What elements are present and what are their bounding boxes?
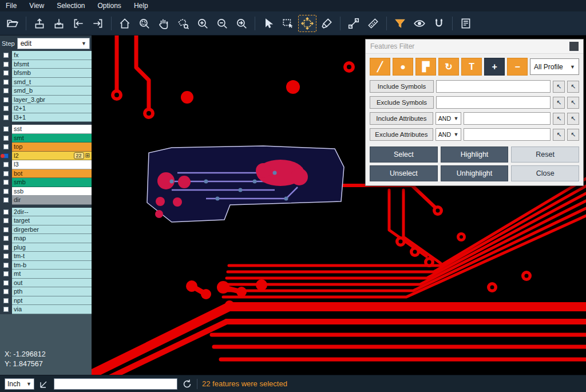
surface-feature-button[interactable]: ▛ [415,58,436,76]
layer-row-ssb[interactable]: ssb [0,187,92,196]
pick-attribute-add-icon[interactable]: ↖ [567,129,579,141]
layer-visibility-checkbox[interactable] [0,287,12,296]
layer-name-cell[interactable]: layer_3.gbr [12,96,92,105]
unhighlight-button[interactable]: Unhighlight [441,165,509,181]
layer-name-cell[interactable]: l2+1 [12,104,92,113]
pick-attribute-icon[interactable]: ↖ [553,129,565,141]
arrow-in-right-icon[interactable] [89,15,107,32]
layer-row-fx[interactable]: fx [0,51,92,60]
layer-name-cell[interactable]: smd_t [12,78,92,87]
highlight-button[interactable]: Highlight [441,146,509,163]
layer-row-via[interactable]: via [0,305,92,314]
layer-visibility-checkbox[interactable] [0,125,12,134]
layer-row-smd_t[interactable]: smd_t [0,78,92,87]
layer-visibility-checkbox[interactable] [0,69,12,78]
layer-row-layer_3.gbr[interactable]: layer_3.gbr [0,96,92,105]
layer-row-sst[interactable]: sst [0,125,92,134]
cursor-icon[interactable] [259,15,278,32]
layer-row-smd_b[interactable]: smd_b [0,86,92,96]
layer-visibility-checkbox[interactable] [0,178,12,187]
layer-name-cell[interactable]: via [12,305,92,314]
step-select[interactable]: edit▼ [17,38,90,49]
exclude-attributes-operator-select[interactable]: AND▼ [435,128,462,141]
layer-visibility-checkbox[interactable] [0,225,12,235]
profile-select[interactable]: All Profile▼ [530,58,579,75]
pick-attribute-add-icon[interactable]: ↖ [567,113,579,125]
layer-row-bfsmt[interactable]: bfsmt [0,60,92,69]
layer-visibility-checkbox[interactable] [0,152,12,161]
select-button[interactable]: Select [370,146,438,163]
layer-row-dirgerber[interactable]: dirgerber [0,225,92,235]
pick-symbol-icon[interactable]: ↖ [553,97,565,109]
layer-visibility-checkbox[interactable] [0,305,12,314]
layer-name-cell[interactable]: out [12,279,92,288]
layer-visibility-checkbox[interactable] [0,78,12,87]
layer-visibility-checkbox[interactable] [0,113,12,122]
layer-row-out[interactable]: out [0,279,92,288]
layer-visibility-checkbox[interactable] [0,296,12,306]
line-feature-button[interactable]: ╱ [370,58,390,76]
layer-name-cell[interactable]: ssb [12,187,92,196]
layer-visibility-checkbox[interactable] [0,196,12,205]
layer-row-target[interactable]: target [0,216,92,225]
layer-row-mt[interactable]: mt [0,270,92,279]
filter-funnel-icon[interactable] [391,15,409,32]
layer-name-cell[interactable]: npt [12,296,92,306]
open-folder-icon[interactable] [3,15,22,32]
close-button[interactable]: Close [511,165,579,181]
pick-symbol-add-icon[interactable]: ↖ [567,97,579,109]
layer-name-cell[interactable]: target [12,216,92,225]
menu-help[interactable]: Help [134,2,148,10]
layer-name-cell[interactable]: l222⊞ [12,152,92,161]
layer-row-map[interactable]: map [0,234,92,243]
lasso-zoom-icon[interactable] [174,15,192,32]
layer-visibility-checkbox[interactable] [0,279,12,288]
layer-visibility-checkbox[interactable] [0,252,12,261]
arrow-in-left-icon[interactable] [69,15,88,32]
text-feature-button[interactable]: T [461,58,482,76]
layer-row-smb[interactable]: smb [0,178,92,187]
layer-name-cell[interactable]: pth [12,287,92,296]
include-symbols-input[interactable] [436,80,551,93]
reset-button[interactable]: Reset [511,146,579,163]
exclude-symbols-input[interactable] [436,96,551,109]
exclude-symbols-button[interactable]: Exclude Symbols [370,96,434,109]
layer-name-cell[interactable]: tm-t [12,252,92,261]
layer-visibility-checkbox[interactable] [0,187,12,196]
layer-name-cell[interactable]: top [12,142,92,152]
layer-name-cell[interactable]: l3+1 [12,113,92,122]
layer-row-l2[interactable]: l222⊞ [0,152,92,161]
layer-row-2dir--[interactable]: 2dir-- [0,208,92,217]
include-attributes-button[interactable]: Include Attributes [370,112,433,125]
layer-row-smt[interactable]: smt [0,134,92,143]
refresh-icon[interactable] [182,379,192,389]
layer-name-cell[interactable]: mt [12,270,92,279]
layer-visibility-checkbox[interactable] [0,243,12,252]
layer-name-cell[interactable]: tm-b [12,261,92,270]
layer-row-l3+1[interactable]: l3+1 [0,113,92,122]
layer-visibility-checkbox[interactable] [0,216,12,225]
menu-options[interactable]: Options [98,2,121,10]
menu-view[interactable]: View [29,2,44,10]
layer-name-cell[interactable]: l3 [12,160,92,169]
exclude-attributes-button[interactable]: Exclude Attributes [370,128,433,141]
layer-name-cell[interactable]: dir [12,196,92,205]
layer-visibility-checkbox[interactable] [0,60,12,69]
form-list-icon[interactable] [457,15,475,32]
layer-name-cell[interactable]: smb [12,178,92,187]
unit-select[interactable]: Inch▼ [5,378,34,390]
add-mode-button[interactable]: + [484,58,505,76]
magnet-icon[interactable] [430,15,448,32]
layer-visibility-checkbox[interactable] [0,261,12,270]
zoom-area-icon[interactable] [135,15,153,32]
eye-icon[interactable] [410,15,429,32]
layer-name-cell[interactable]: fx [12,51,92,60]
unselect-button[interactable]: Unselect [370,165,438,181]
measure-ruler-icon[interactable] [364,15,382,32]
layer-visibility-checkbox[interactable] [0,208,12,217]
layer-visibility-checkbox[interactable] [0,86,12,96]
select-features-icon[interactable] [298,15,316,32]
select-rect-icon[interactable] [279,15,297,32]
line-nodes-icon[interactable] [345,15,363,32]
include-symbols-button[interactable]: Include Symbols [370,80,434,93]
